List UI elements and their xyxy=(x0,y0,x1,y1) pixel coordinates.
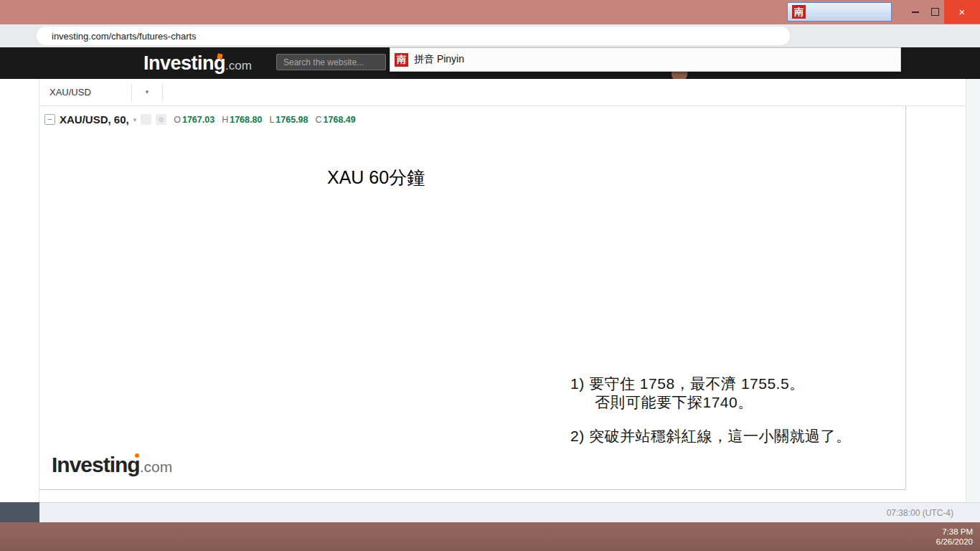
browser-address-bar: investing.com/charts/futures-charts xyxy=(0,24,980,47)
ime-badge: 南 xyxy=(792,5,806,19)
note-line: 否則可能要下探1740。 xyxy=(570,393,852,412)
url-field[interactable]: investing.com/charts/futures-charts xyxy=(37,27,790,45)
chart-toolbar: XAU/USD ▼ xyxy=(39,79,980,106)
logo-accent xyxy=(217,53,222,59)
ime-panel-label: 拼音 Pinyin xyxy=(414,53,464,66)
chart-legend: – XAU/USD, 60, ▾ ⚙ O1767.03 H1768.80 L17… xyxy=(44,111,356,128)
series-settings-button[interactable]: ⚙ xyxy=(156,114,166,125)
url-text[interactable]: investing.com/charts/futures-charts xyxy=(52,31,197,42)
window-restore-button[interactable] xyxy=(925,0,944,24)
chart-bottom-bar: 07:38:00 (UTC-4) xyxy=(39,502,980,522)
screen: 南 × investing.com/charts/futures-charts … xyxy=(0,0,980,551)
clock-utc[interactable]: 07:38:00 (UTC-4) xyxy=(887,508,953,518)
window-close-button[interactable]: × xyxy=(944,0,980,24)
legend-main-row: – XAU/USD, 60, ▾ ⚙ O1767.03 H1768.80 L17… xyxy=(44,111,356,128)
chart-annotation-title: XAU 60分鐘 xyxy=(327,166,425,189)
legend-symbol-title[interactable]: XAU/USD, 60, xyxy=(60,113,129,126)
chevron-down-icon[interactable]: ▾ xyxy=(133,116,137,123)
logo-text: Investing xyxy=(143,52,225,74)
windows-taskbar: 7:38 PM 6/26/2020 xyxy=(0,522,980,551)
ime-floating-panel[interactable]: 南 拼音 Pinyin xyxy=(390,47,901,72)
price-axis[interactable] xyxy=(905,106,966,489)
timeframe-dropdown-button[interactable]: ▼ xyxy=(135,83,159,103)
time-axis[interactable] xyxy=(39,489,905,502)
window-minimize-button[interactable] xyxy=(905,0,925,24)
taskbar-clock[interactable]: 7:38 PM 6/26/2020 xyxy=(936,527,976,547)
symbol-input[interactable]: XAU/USD xyxy=(45,87,128,98)
investing-watermark: Investing.com xyxy=(52,453,172,477)
browser-scrollbar[interactable] xyxy=(966,79,980,522)
investing-logo[interactable]: Investing.com xyxy=(143,52,252,75)
note-line: 1) 要守住 1758，最不濟 1755.5。 xyxy=(570,375,852,393)
site-search-input[interactable]: Search the website... xyxy=(276,54,386,70)
collapse-legend-icon[interactable]: – xyxy=(44,114,55,125)
drawing-tools-sidebar xyxy=(0,79,39,502)
logo-suffix: .com xyxy=(225,59,252,72)
investing-site-header: Investing.com Search the website... 南 拼音… xyxy=(0,47,980,79)
toggle-visibility-button[interactable] xyxy=(141,114,151,125)
browser-tab-strip: 南 × xyxy=(0,0,980,24)
chart-annotation-notes: 1) 要守住 1758，最不濟 1755.5。 否則可能要下探1740。 2) … xyxy=(570,375,852,446)
ime-panel-badge: 南 xyxy=(395,53,408,67)
ime-language-bar[interactable]: 南 xyxy=(787,2,892,22)
sidebar-collapse-button[interactable] xyxy=(0,502,39,522)
search-placeholder: Search the website... xyxy=(283,57,364,67)
note-line: 2) 突破并站穩斜紅線，這一小關就過了。 xyxy=(570,427,852,446)
